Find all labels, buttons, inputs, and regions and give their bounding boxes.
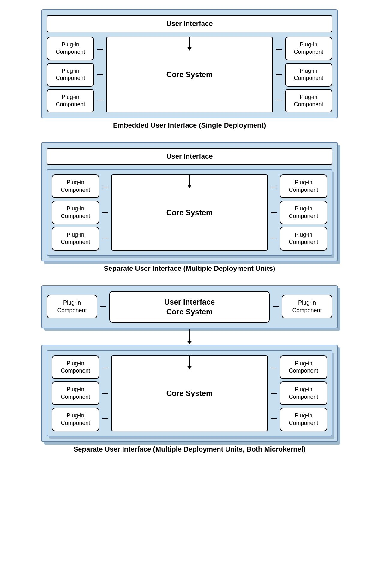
diagram2-right-tick-3: [271, 238, 277, 238]
diagram1-left-plugin-2: Plug-inComponent: [47, 63, 94, 87]
diagram1-right-tick-1: [276, 49, 282, 50]
diagram1-left-tick-1: [97, 49, 103, 50]
diagram1-left-connectors: [97, 37, 103, 112]
diagram2-left-tick-3: [102, 238, 108, 238]
diagram2-inner-outer-box: Plug-inComponent Plug-inComponent Plug-i…: [47, 169, 332, 255]
diagram2-right-plugin-2: Plug-inComponent: [280, 201, 327, 224]
diagram1-arrow-line: [189, 37, 190, 47]
diagram1-left-tick-3: [97, 100, 103, 100]
diagram2-left-plugins: Plug-inComponent Plug-inComponent Plug-i…: [52, 174, 99, 250]
diagram3-left-plugin-1: Plug-inComponent: [52, 355, 99, 379]
diagram2-right-tick-1: [271, 187, 277, 187]
diagram3-top-box: Plug-inComponent User InterfaceCore Syst…: [41, 285, 338, 328]
diagram1-left-tick-2: [97, 74, 103, 75]
diagram3-right-tick-1: [271, 368, 277, 368]
diagram1-inner-row: Plug-inComponent Plug-inComponent Plug-i…: [47, 37, 332, 112]
diagram1-core-box: Core System: [106, 37, 273, 112]
diagram2-left-connectors: [102, 174, 108, 250]
diagram3-core-box: Core System: [111, 355, 268, 431]
diagram3-inner-row: Plug-inComponent Plug-inComponent Plug-i…: [52, 355, 327, 431]
diagram3-top-right-plugin-col: Plug-inComponent: [282, 295, 332, 318]
diagram3-v-arrowhead: [187, 341, 192, 344]
diagram3-right-plugin-3: Plug-inComponent: [280, 408, 327, 431]
diagram3-ui-core-box: User InterfaceCore System: [109, 291, 270, 323]
diagram3-top-left-plugin: Plug-inComponent: [47, 295, 97, 318]
diagram1-right-connectors: [276, 37, 282, 112]
diagram1-caption: Embedded User Interface (Single Deployme…: [113, 121, 266, 130]
diagram3-left-plugin-3: Plug-inComponent: [52, 408, 99, 431]
diagram3-wrapper: Plug-inComponent User InterfaceCore Syst…: [19, 285, 360, 463]
diagram2-right-plugins: Plug-inComponent Plug-inComponent Plug-i…: [280, 174, 327, 250]
diagram3-arrow: [187, 356, 192, 369]
diagram3-left-tick-3: [102, 418, 108, 419]
diagram3-top-right-connector: [273, 306, 279, 307]
diagram2-left-tick-1: [102, 187, 108, 187]
diagram2-left-tick-2: [102, 212, 108, 213]
diagram1-core-label: Core System: [166, 70, 213, 79]
diagram3-v-line: [189, 329, 190, 341]
diagram3-right-tick-3: [271, 418, 277, 419]
diagram1-right-tick-2: [276, 74, 282, 75]
diagram3-right-plugin-1: Plug-inComponent: [280, 355, 327, 379]
diagram3-vertical-arrow: [187, 328, 192, 345]
diagram3-right-plugins: Plug-inComponent Plug-inComponent Plug-i…: [280, 355, 327, 431]
diagram3-left-tick-2: [102, 393, 108, 394]
diagram3-top-left-connector: [100, 306, 106, 307]
diagram3-top-right-tick: [273, 306, 279, 307]
diagram2-left-plugin-2: Plug-inComponent: [52, 201, 99, 224]
diagram1-right-plugin-1: Plug-inComponent: [285, 37, 332, 60]
diagram3-bottom-box: Plug-inComponent Plug-inComponent Plug-i…: [41, 345, 338, 442]
diagram3-top-left-tick: [100, 306, 106, 307]
diagram2-right-connectors: [271, 174, 277, 250]
diagram3-inner-outer-box: Plug-inComponent Plug-inComponent Plug-i…: [47, 350, 332, 436]
diagram1-arrow-head: [187, 47, 192, 51]
diagram2-wrapper: User Interface Plug-inComponent Plug-inC…: [19, 142, 360, 282]
diagram3-right-plugin-2: Plug-inComponent: [280, 381, 327, 405]
diagram2-arrow-head: [187, 185, 192, 188]
diagram3-caption: Separate User Interface (Multiple Deploy…: [74, 445, 306, 453]
diagram3-left-plugins: Plug-inComponent Plug-inComponent Plug-i…: [52, 355, 99, 431]
diagram2-caption: Separate User Interface (Multiple Deploy…: [104, 264, 275, 273]
diagram3-left-tick-1: [102, 368, 108, 368]
diagram3-core-label: Core System: [166, 389, 213, 398]
diagram2-arrow-line: [189, 175, 190, 185]
diagram1-left-plugin-1: Plug-inComponent: [47, 37, 94, 60]
diagram2-right-plugin-1: Plug-inComponent: [280, 174, 327, 198]
diagram3-top-left-plugin-col: Plug-inComponent: [47, 295, 97, 318]
diagram1-wrapper: User Interface Plug-inComponent Plug-inC…: [19, 9, 360, 139]
diagram1-right-tick-3: [276, 100, 282, 100]
diagram2-left-plugin-3: Plug-inComponent: [52, 227, 99, 251]
diagram2-core-box: Core System: [111, 174, 268, 250]
diagram2-right-plugin-3: Plug-inComponent: [280, 227, 327, 251]
diagram3-right-tick-2: [271, 393, 277, 394]
diagram1-right-plugin-2: Plug-inComponent: [285, 63, 332, 87]
diagram1-left-plugins: Plug-inComponent Plug-inComponent Plug-i…: [47, 37, 94, 112]
diagram1-ui-bar: User Interface: [47, 15, 332, 32]
diagram3-left-plugin-2: Plug-inComponent: [52, 381, 99, 405]
diagram2-ui-bar: User Interface: [47, 148, 332, 165]
diagram2-outer-box: User Interface Plug-inComponent Plug-inC…: [41, 142, 338, 261]
diagram3-ui-core-label: User InterfaceCore System: [164, 297, 215, 317]
diagram1-arrow: [187, 37, 192, 51]
diagram1-right-plugins: Plug-inComponent Plug-inComponent Plug-i…: [285, 37, 332, 112]
diagram3-left-connectors: [102, 355, 108, 431]
diagram2-arrow: [187, 175, 192, 188]
diagram2-right-tick-2: [271, 212, 277, 213]
diagram3-top-right-plugin: Plug-inComponent: [282, 295, 332, 318]
diagram3-arrow-line: [189, 356, 190, 366]
diagram3-right-connectors: [271, 355, 277, 431]
diagram2-inner-row: Plug-inComponent Plug-inComponent Plug-i…: [52, 174, 327, 250]
diagram1-right-plugin-3: Plug-inComponent: [285, 89, 332, 113]
diagram2-left-plugin-1: Plug-inComponent: [52, 174, 99, 198]
diagram2-core-label: Core System: [166, 208, 213, 217]
diagram1-left-plugin-3: Plug-inComponent: [47, 89, 94, 113]
diagram1-outer-box: User Interface Plug-inComponent Plug-inC…: [41, 9, 338, 118]
diagram3-arrow-head: [187, 366, 192, 369]
